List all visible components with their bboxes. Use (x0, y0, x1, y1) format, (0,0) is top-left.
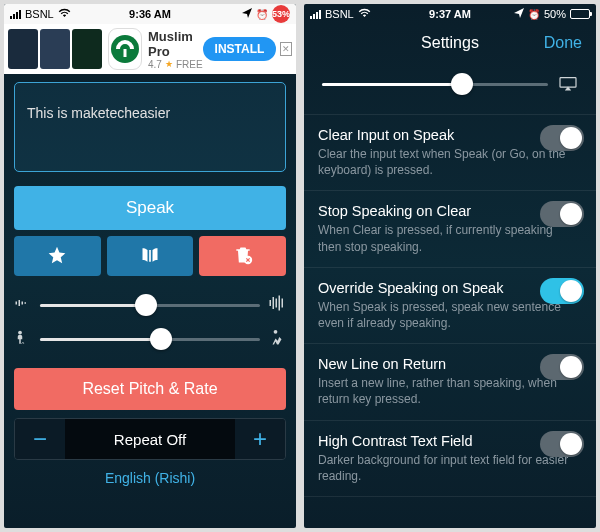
ad-app-icon (108, 28, 142, 70)
ad-title: Muslim Pro (148, 29, 203, 59)
setting-row: Clear Input on SpeakClear the input text… (304, 115, 596, 191)
toggle-switch[interactable] (540, 431, 584, 457)
svg-rect-8 (273, 297, 275, 309)
battery-low-icon: 53% (272, 5, 290, 23)
slider-fill (40, 304, 146, 307)
slider-thumb[interactable] (451, 73, 473, 95)
location-icon (514, 8, 524, 20)
star-icon: ★ (165, 59, 173, 69)
settings-list: Clear Input on SpeakClear the input text… (304, 114, 596, 528)
ad-preview (72, 29, 102, 69)
slider-fill (40, 338, 161, 341)
trash-icon (233, 245, 253, 268)
settings-header: Settings Done (304, 24, 596, 62)
pitch-high-icon (268, 294, 286, 316)
carrier-label: BSNL (325, 8, 354, 20)
ad-info: Muslim Pro 4.7 ★ FREE (148, 29, 203, 70)
toggle-switch[interactable] (540, 278, 584, 304)
toggle-knob (560, 127, 582, 149)
phone-left: BSNL 9:36 AM ⏰ 53% Muslim Pro 4.7 (4, 4, 296, 528)
slider-thumb[interactable] (135, 294, 157, 316)
settings-title: Settings (421, 34, 479, 52)
star-icon (47, 245, 67, 268)
svg-rect-10 (279, 296, 281, 311)
svg-rect-4 (19, 300, 21, 306)
done-button[interactable]: Done (544, 34, 582, 52)
battery-icon (570, 9, 590, 19)
battery-text: 50% (544, 8, 566, 20)
carrier-label: BSNL (25, 8, 54, 20)
svg-rect-11 (282, 299, 284, 308)
setting-row: New Line on ReturnInsert a new line, rat… (304, 344, 596, 420)
repeat-minus-button[interactable]: − (15, 419, 65, 459)
toggle-knob (560, 280, 582, 302)
language-selector[interactable]: English (Rishi) (14, 470, 286, 486)
wifi-icon (358, 8, 371, 20)
phone-right: BSNL 9:37 AM ⏰ 50% Settings Done Clear I… (304, 4, 596, 528)
svg-point-12 (18, 331, 22, 335)
alarm-icon: ⏰ (528, 9, 540, 20)
svg-rect-1 (124, 49, 127, 57)
wifi-icon (58, 8, 71, 20)
svg-rect-6 (25, 302, 27, 304)
book-icon (140, 245, 160, 268)
repeat-control: − Repeat Off + (14, 418, 286, 460)
rate-fast-icon (268, 328, 286, 350)
svg-rect-14 (560, 78, 576, 88)
ad-price: FREE (176, 59, 203, 70)
ad-preview (40, 29, 70, 69)
setting-desc: Insert a new line, rather than speaking,… (318, 375, 582, 407)
alarm-icon: ⏰ (256, 9, 268, 20)
toggle-knob (560, 433, 582, 455)
setting-row: High Contrast Text FieldDarker backgroun… (304, 421, 596, 497)
ad-preview (8, 29, 38, 69)
setting-desc: Darker background for input text field f… (318, 452, 582, 484)
volume-slider[interactable] (322, 83, 548, 86)
text-input-value: This is maketecheasier (27, 105, 170, 121)
toggle-switch[interactable] (540, 201, 584, 227)
airplay-icon[interactable] (558, 76, 578, 92)
setting-row: Stop Speaking on ClearWhen Clear is pres… (304, 191, 596, 267)
delete-button[interactable] (199, 236, 286, 276)
svg-rect-3 (16, 302, 18, 305)
favorite-button[interactable] (14, 236, 101, 276)
toggle-knob (560, 203, 582, 225)
svg-rect-5 (22, 302, 24, 305)
svg-rect-9 (276, 299, 278, 308)
setting-row: Override Speaking on SpeakWhen Speak is … (304, 268, 596, 344)
status-time: 9:36 AM (129, 8, 171, 20)
rate-slider[interactable] (40, 338, 260, 341)
reset-button[interactable]: Reset Pitch & Rate (14, 368, 286, 410)
repeat-label: Repeat Off (65, 419, 235, 459)
pitch-slider[interactable] (40, 304, 260, 307)
pitch-low-icon (14, 294, 32, 316)
slider-fill (322, 83, 462, 86)
ad-close-button[interactable]: ✕ (280, 42, 292, 56)
library-button[interactable] (107, 236, 194, 276)
slider-thumb[interactable] (150, 328, 172, 350)
repeat-plus-button[interactable]: + (235, 419, 285, 459)
setting-desc: When Speak is pressed, speak new sentenc… (318, 299, 582, 331)
ad-previews (8, 29, 102, 69)
toggle-switch[interactable] (540, 125, 584, 151)
svg-rect-7 (270, 300, 272, 306)
main-content: This is maketecheasier Speak (4, 74, 296, 528)
ad-rating: 4.7 (148, 59, 162, 70)
status-bar: BSNL 9:37 AM ⏰ 50% (304, 4, 596, 24)
toggle-switch[interactable] (540, 354, 584, 380)
speak-button[interactable]: Speak (14, 186, 286, 230)
status-time: 9:37 AM (429, 8, 471, 20)
setting-desc: When Clear is pressed, if currently spea… (318, 222, 582, 254)
toggle-knob (560, 356, 582, 378)
svg-point-13 (274, 330, 278, 334)
rate-slow-icon (14, 328, 32, 350)
status-bar: BSNL 9:36 AM ⏰ 53% (4, 4, 296, 24)
signal-icon (10, 10, 21, 19)
setting-desc: Clear the input text when Speak (or Go, … (318, 146, 582, 178)
text-input[interactable]: This is maketecheasier (14, 82, 286, 172)
location-icon (242, 8, 252, 20)
install-button[interactable]: INSTALL (203, 37, 277, 61)
ad-banner: Muslim Pro 4.7 ★ FREE INSTALL ✕ (4, 24, 296, 74)
signal-icon (310, 10, 321, 19)
